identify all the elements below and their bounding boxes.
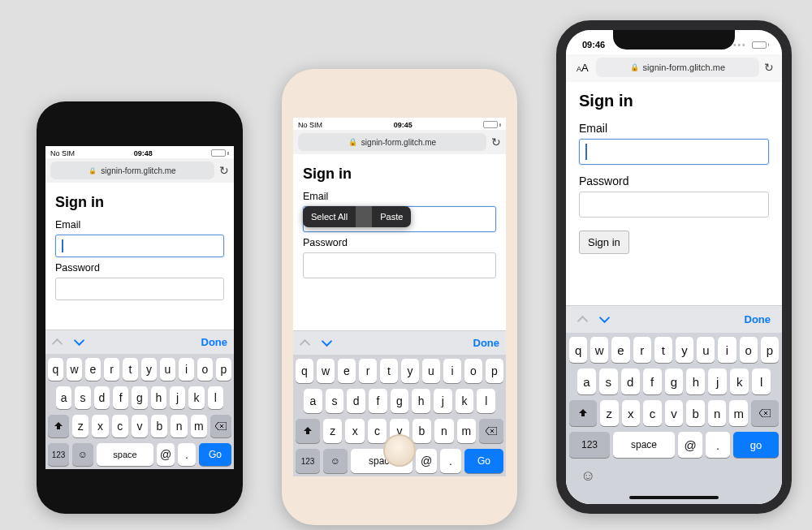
- key-go[interactable]: Go: [464, 449, 503, 473]
- select-all-button[interactable]: Select All: [303, 206, 356, 227]
- key-z[interactable]: z: [323, 419, 342, 443]
- key-h[interactable]: h: [151, 386, 166, 409]
- key-w[interactable]: w: [590, 337, 608, 363]
- key-q[interactable]: q: [48, 358, 63, 381]
- key-u[interactable]: u: [422, 359, 440, 383]
- key-h[interactable]: h: [412, 389, 430, 413]
- key-go[interactable]: Go: [199, 443, 231, 466]
- key-p[interactable]: p: [216, 358, 231, 381]
- key-d[interactable]: d: [94, 386, 110, 409]
- key-t[interactable]: t: [654, 337, 672, 363]
- home-indicator[interactable]: [629, 496, 719, 499]
- key-d[interactable]: d: [347, 389, 365, 413]
- key-s[interactable]: s: [326, 389, 344, 413]
- key-m[interactable]: m: [457, 419, 476, 443]
- key-y[interactable]: y: [401, 359, 419, 383]
- key-f[interactable]: f: [643, 368, 662, 394]
- key-s[interactable]: s: [75, 386, 90, 409]
- address-box[interactable]: 🔒 signin-form.glitch.me: [298, 133, 486, 151]
- key-l[interactable]: l: [208, 386, 223, 409]
- key-j[interactable]: j: [708, 368, 727, 394]
- key-e[interactable]: e: [85, 358, 101, 381]
- address-box[interactable]: 🔒 signin-form.glitch.me: [50, 162, 214, 179]
- chevron-down-icon[interactable]: [322, 338, 332, 348]
- key-b[interactable]: b: [151, 415, 167, 437]
- key-n[interactable]: n: [434, 419, 453, 443]
- key-o[interactable]: o: [464, 359, 482, 383]
- key-emoji[interactable]: ☺: [72, 443, 93, 466]
- password-field[interactable]: [55, 278, 224, 300]
- done-button[interactable]: Done: [201, 336, 228, 348]
- key-at[interactable]: @: [678, 432, 702, 458]
- key-b[interactable]: b: [686, 400, 705, 426]
- key-m[interactable]: m: [191, 415, 207, 437]
- key-k[interactable]: k: [188, 386, 204, 409]
- key-r[interactable]: r: [359, 359, 377, 383]
- key-f[interactable]: f: [113, 386, 128, 409]
- done-button[interactable]: Done: [745, 313, 771, 325]
- key-dot[interactable]: .: [440, 449, 461, 473]
- key-space[interactable]: space: [97, 443, 153, 466]
- key-l[interactable]: l: [477, 389, 495, 413]
- password-field[interactable]: [303, 252, 496, 278]
- key-at[interactable]: @: [416, 449, 437, 473]
- key-l[interactable]: l: [752, 368, 771, 394]
- key-g[interactable]: g: [391, 389, 409, 413]
- chevron-up-icon[interactable]: [52, 337, 63, 347]
- signin-button[interactable]: Sign in: [579, 231, 629, 254]
- key-g[interactable]: g: [665, 368, 684, 394]
- key-at[interactable]: @: [157, 443, 175, 466]
- key-p[interactable]: p: [761, 337, 779, 363]
- key-z[interactable]: z: [600, 400, 619, 426]
- key-shift[interactable]: [48, 415, 69, 437]
- key-dot[interactable]: .: [706, 432, 730, 458]
- key-d[interactable]: d: [621, 368, 640, 394]
- key-g[interactable]: g: [132, 386, 147, 409]
- key-go[interactable]: go: [733, 432, 779, 458]
- key-u[interactable]: u: [160, 358, 175, 381]
- reader-aa-button[interactable]: AA: [574, 62, 591, 74]
- key-shift[interactable]: [569, 400, 597, 426]
- key-n[interactable]: n: [171, 415, 187, 437]
- key-s[interactable]: s: [599, 368, 618, 394]
- key-e[interactable]: e: [338, 359, 356, 383]
- key-c[interactable]: c: [112, 415, 128, 437]
- refresh-icon[interactable]: ↻: [764, 61, 774, 74]
- key-y[interactable]: y: [141, 358, 157, 381]
- key-o[interactable]: o: [197, 358, 213, 381]
- key-t[interactable]: t: [380, 359, 398, 383]
- key-x[interactable]: x: [345, 419, 364, 443]
- key-b[interactable]: b: [412, 419, 431, 443]
- key-x[interactable]: x: [622, 400, 641, 426]
- key-z[interactable]: z: [72, 415, 89, 437]
- key-backspace[interactable]: [751, 400, 779, 426]
- key-emoji[interactable]: ☺: [581, 468, 595, 485]
- paste-button[interactable]: Paste: [372, 206, 411, 227]
- key-r[interactable]: r: [104, 358, 119, 381]
- key-y[interactable]: y: [676, 337, 693, 363]
- key-123[interactable]: 123: [296, 449, 320, 473]
- key-j[interactable]: j: [434, 389, 452, 413]
- key-i[interactable]: i: [179, 358, 194, 381]
- key-q[interactable]: q: [296, 359, 313, 383]
- key-p[interactable]: p: [486, 359, 503, 383]
- key-u[interactable]: u: [697, 337, 715, 363]
- key-f[interactable]: f: [369, 389, 387, 413]
- key-123[interactable]: 123: [48, 443, 69, 466]
- key-space[interactable]: space: [613, 432, 675, 458]
- password-field[interactable]: [579, 192, 769, 218]
- key-m[interactable]: m: [729, 400, 748, 426]
- key-c[interactable]: c: [643, 400, 662, 426]
- key-o[interactable]: o: [740, 337, 758, 363]
- key-t[interactable]: t: [123, 358, 138, 381]
- key-v[interactable]: v: [665, 400, 684, 426]
- key-a[interactable]: a: [56, 386, 71, 409]
- key-j[interactable]: j: [170, 386, 185, 409]
- address-box[interactable]: 🔒 signin-form.glitch.me: [596, 58, 759, 77]
- key-a[interactable]: a: [577, 368, 596, 394]
- key-r[interactable]: r: [633, 337, 651, 363]
- key-emoji[interactable]: ☺: [323, 449, 348, 473]
- key-a[interactable]: a: [304, 389, 322, 413]
- key-k[interactable]: k: [456, 389, 474, 413]
- key-x[interactable]: x: [92, 415, 108, 437]
